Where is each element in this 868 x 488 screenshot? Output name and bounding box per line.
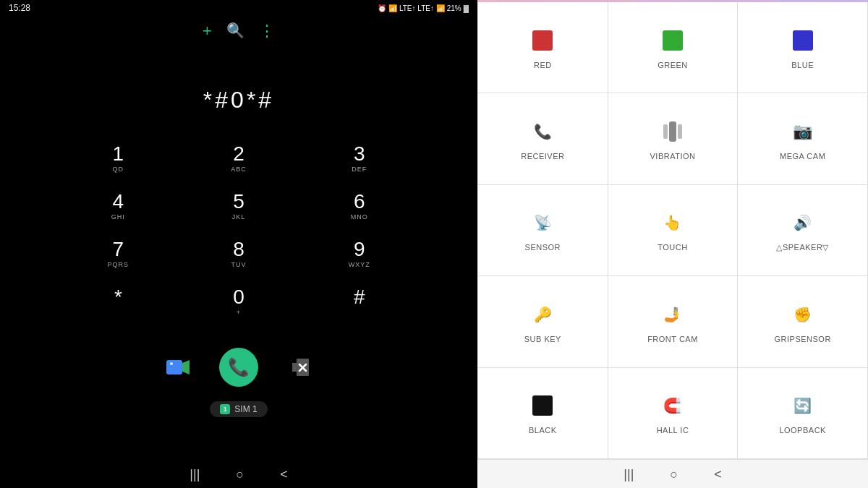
gripsensor-icon: ✊	[793, 306, 812, 323]
test-item-green[interactable]: GREEN	[608, 2, 739, 93]
red-swatch	[532, 30, 553, 51]
time: 15:28	[9, 3, 30, 13]
svg-point-3	[170, 362, 173, 365]
back-button[interactable]: <	[280, 467, 288, 482]
sim-label: SIM 1	[234, 404, 257, 414]
more-menu-icon[interactable]: ⋮	[259, 22, 275, 40]
keypad: 1 QD 2 ABC 3 DEF 4 GHI 5 JKL 6 MNO 7 PQR…	[58, 135, 420, 326]
key-7[interactable]: 7 PQRS	[58, 231, 179, 278]
delete-button[interactable]	[280, 348, 319, 387]
key-0[interactable]: 0 +	[179, 278, 299, 326]
status-system-icons: ⏰ 📶 LTE↑ LTE↑ 📶	[378, 4, 444, 12]
test-item-vibration[interactable]: VIBRATION	[608, 93, 739, 184]
top-actions-bar: + 🔍 ⋮	[0, 16, 477, 43]
battery-percent: 21%	[447, 4, 461, 12]
test-label-mega-cam: MEGA CAM	[780, 152, 825, 160]
test-menu-panel: RED GREEN BLUE 📞 RECEIVER VIBRATION	[477, 0, 868, 488]
key-8[interactable]: 8 TUV	[179, 231, 299, 278]
sim-pill[interactable]: 1 SIM 1	[210, 401, 267, 417]
dialer-code: *#0*#	[203, 87, 274, 113]
test-label-receiver: RECEIVER	[521, 152, 564, 160]
key-6[interactable]: 6 MNO	[299, 183, 420, 231]
key-2[interactable]: 2 ABC	[179, 135, 299, 183]
status-bar: 15:28 ⏰ 📶 LTE↑ LTE↑ 📶 21% ▓	[0, 0, 477, 16]
test-label-green: GREEN	[658, 61, 688, 69]
key-5[interactable]: 5 JKL	[179, 183, 299, 231]
test-item-hall-ic[interactable]: 🧲 HALL IC	[608, 368, 739, 459]
recent-apps-button[interactable]: |||	[190, 467, 200, 482]
svg-rect-1	[166, 360, 182, 374]
test-label-touch: TOUCH	[658, 243, 687, 252]
speaker-icon: 🔊	[793, 214, 812, 231]
test-item-black[interactable]: BLACK	[478, 368, 608, 459]
vibration-icon	[669, 121, 676, 142]
test-label-front-cam: FRONT CAM	[647, 335, 698, 343]
key-9[interactable]: 9 WXYZ	[299, 231, 420, 278]
status-icons: ⏰ 📶 LTE↑ LTE↑ 📶 21% ▓	[378, 4, 469, 12]
test-item-mega-cam[interactable]: 📷 MEGA CAM	[738, 93, 868, 184]
test-label-blue: BLUE	[791, 61, 814, 69]
test-item-touch[interactable]: 👆 TOUCH	[608, 185, 739, 276]
test-label-red: RED	[534, 61, 552, 69]
key-hash[interactable]: #	[299, 278, 420, 326]
black-swatch	[532, 395, 553, 416]
key-1[interactable]: 1 QD	[58, 135, 179, 183]
test-item-receiver[interactable]: 📞 RECEIVER	[478, 93, 608, 184]
test-item-sensor[interactable]: 📡 SENSOR	[478, 185, 608, 276]
test-item-grid: RED GREEN BLUE 📞 RECEIVER VIBRATION	[477, 2, 868, 459]
sensor-icon: 📡	[534, 214, 552, 231]
test-label-gripsensor: GRIPSENSOR	[774, 335, 830, 343]
test-item-blue[interactable]: BLUE	[738, 2, 868, 93]
key-3[interactable]: 3 DEF	[299, 135, 420, 183]
front-cam-icon: 🤳	[663, 306, 681, 323]
test-item-front-cam[interactable]: 🤳 FRONT CAM	[608, 276, 739, 367]
svg-marker-2	[182, 360, 190, 374]
add-contact-icon[interactable]: +	[203, 22, 212, 40]
test-item-red[interactable]: RED	[478, 2, 608, 93]
mega-cam-icon: 📷	[793, 122, 812, 141]
dialer-panel: 15:28 ⏰ 📶 LTE↑ LTE↑ 📶 21% ▓ + 🔍 ⋮ *#0*# …	[0, 0, 477, 488]
test-label-sensor: SENSOR	[525, 243, 561, 252]
dialer-display: *#0*#	[0, 87, 477, 114]
home-button[interactable]: ○	[236, 467, 244, 482]
sim-badge-area: 1 SIM 1	[0, 401, 477, 417]
blue-swatch	[793, 30, 813, 51]
test-item-speaker[interactable]: 🔊 △SPEAKER▽	[738, 185, 868, 276]
battery-icon: ▓	[464, 4, 469, 12]
green-swatch	[663, 30, 683, 51]
right-home-button[interactable]: ○	[670, 467, 678, 482]
right-recent-apps-button[interactable]: |||	[624, 467, 634, 482]
touch-icon: 👆	[663, 214, 681, 231]
hall-ic-icon: 🧲	[663, 397, 681, 414]
test-label-hall-ic: HALL IC	[657, 426, 689, 435]
navigation-bar: ||| ○ <	[0, 457, 477, 488]
test-item-loopback[interactable]: 🔄 LOOPBACK	[738, 368, 868, 459]
receiver-icon: 📞	[534, 123, 552, 140]
right-navigation-bar: ||| ○ <	[477, 459, 868, 488]
test-label-sub-key: SUB KEY	[524, 335, 561, 343]
key-4[interactable]: 4 GHI	[58, 183, 179, 231]
test-item-sub-key[interactable]: 🔑 SUB KEY	[478, 276, 608, 367]
search-icon[interactable]: 🔍	[226, 22, 244, 40]
right-back-button[interactable]: <	[714, 467, 722, 482]
test-label-black: BLACK	[529, 426, 557, 435]
bottom-actions: 📞	[0, 341, 477, 394]
key-star[interactable]: *	[58, 278, 179, 326]
test-item-gripsensor[interactable]: ✊ GRIPSENSOR	[738, 276, 868, 367]
sim-indicator: 1	[220, 404, 230, 414]
loopback-icon: 🔄	[793, 397, 812, 414]
test-label-speaker: △SPEAKER▽	[776, 243, 828, 252]
test-label-loopback: LOOPBACK	[779, 426, 826, 435]
video-call-button[interactable]	[158, 348, 197, 387]
test-label-vibration: VIBRATION	[650, 152, 696, 160]
sub-key-icon: 🔑	[534, 306, 552, 323]
call-button[interactable]: 📞	[219, 348, 258, 387]
